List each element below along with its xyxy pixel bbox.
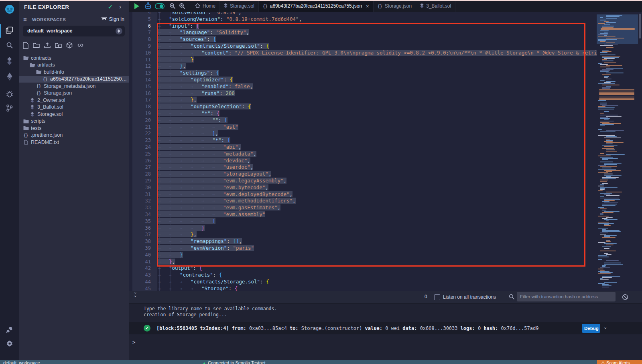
tab-storage-sol[interactable]: Storage.sol — [220, 0, 259, 12]
debug-button[interactable]: Debug — [582, 324, 600, 333]
minimap-line — [602, 277, 612, 278]
transaction-row[interactable]: ✓ [block:5583405 txIndex:4]from: 0xa03..… — [129, 322, 642, 334]
minimap-line — [600, 187, 618, 188]
search-icon[interactable] — [0, 39, 19, 51]
zoom-in-icon[interactable] — [179, 2, 185, 10]
transaction-success-icon: ✓ — [144, 325, 150, 332]
close-tab-icon[interactable]: × — [366, 3, 369, 9]
solidity-compiler-icon[interactable] — [0, 55, 19, 67]
scam-alerts-badge[interactable]: ⚠ Scam Alerts — [597, 360, 642, 364]
code-line-14: 14→→→"optimizer": { — [129, 77, 597, 83]
tree-item-storage-json[interactable]: {}Storage.json — [19, 90, 129, 97]
code-line-9: 9→→→"contracts/Storage.sol": { — [129, 43, 597, 50]
remixai-robot-icon[interactable] — [144, 2, 152, 10]
new-file-icon[interactable] — [23, 42, 28, 49]
minimap-line — [599, 89, 634, 90]
code-line-26: 26→→→→→→"devdoc", — [129, 158, 597, 164]
workspace-dropdown-caret-icon[interactable] — [116, 28, 122, 34]
workspaces-row: ≡ WORKSPACES Sign in — [19, 16, 129, 24]
tree-item-storage-sol[interactable]: Storage.sol — [19, 111, 129, 118]
minimap-line — [606, 116, 622, 117]
minimap-line — [602, 287, 609, 287]
ipfs-box-icon[interactable] — [66, 42, 73, 49]
terminal-prompt[interactable]: > — [132, 339, 136, 345]
clear-console-icon[interactable] — [622, 294, 628, 302]
tab-3-ballot-sol[interactable]: 3_Ballot.sol — [416, 0, 455, 12]
minimap-line — [600, 233, 608, 233]
minimap[interactable] — [597, 12, 638, 291]
minimap-line — [602, 57, 619, 58]
minimap-line — [602, 87, 611, 88]
minimap-line — [599, 98, 634, 99]
code-line-42: 42→"output": { — [129, 265, 597, 272]
run-script-icon[interactable] — [134, 2, 139, 10]
minimap-line — [606, 192, 622, 192]
settings-gear-icon[interactable] — [0, 338, 19, 350]
tree-item--prettierrc-json[interactable]: {}.prettierrc.json — [19, 132, 129, 139]
copilot-toggle[interactable] — [155, 2, 165, 10]
code-area[interactable]: 4→"solcVersion": "0.8.19",5→"solcLongVer… — [129, 12, 597, 291]
file-explorer-icon[interactable] — [0, 24, 19, 36]
listen-all-transactions-checkbox[interactable] — [434, 294, 440, 300]
minimap-line — [600, 124, 614, 125]
git-icon[interactable] — [0, 102, 19, 114]
hamburger-menu-icon[interactable]: ≡ — [23, 16, 27, 23]
minimap-line — [602, 265, 606, 266]
debugger-icon[interactable] — [0, 88, 19, 100]
minimap-line — [602, 85, 620, 85]
upload-folder-icon[interactable] — [55, 42, 62, 48]
tree-item-scripts[interactable]: scripts — [19, 118, 129, 125]
workspace-dropdown[interactable]: default_workspace — [23, 26, 125, 36]
plugin-manager-icon[interactable] — [0, 324, 19, 336]
code-editor[interactable]: 4→"solcVersion": "0.8.19",5→"solcLongVer… — [129, 12, 642, 291]
tree-item-build-info[interactable]: build-info — [19, 69, 129, 76]
workspaces-label: WORKSPACES — [32, 17, 66, 22]
tree-item-artifacts[interactable]: artifacts — [19, 62, 129, 69]
tree-item-2-owner-sol[interactable]: 2_Owner.sol — [19, 97, 129, 104]
minimap-line — [606, 68, 623, 69]
minimap-line — [598, 283, 605, 284]
tab-home[interactable]: Home — [191, 0, 220, 12]
tree-item-readme-txt[interactable]: README.txt — [19, 139, 129, 146]
minimap-line — [599, 92, 634, 93]
tree-item-storage-metadata-json[interactable]: {}Storage_metadata.json — [19, 83, 129, 90]
pin-chevron-icon[interactable]: › — [119, 3, 121, 10]
tabs: HomeStorage.sol{}a69b43f277ba20fcac14115… — [191, 0, 455, 12]
tree-item-a69b43f277ba20fcac141151250ca7-[interactable]: {}a69b43f277ba20fcac141151250ca7... — [19, 76, 129, 83]
minimap-line — [598, 63, 602, 64]
upload-file-icon[interactable] — [44, 42, 51, 49]
tab-storage-json[interactable]: {}Storage.json — [374, 0, 416, 12]
code-line-16: 16→→→→"runs": 200 — [129, 90, 597, 97]
tree-item-tests[interactable]: tests — [19, 125, 129, 132]
editor-scrollbar[interactable] — [639, 14, 641, 38]
minimap-line — [599, 91, 634, 91]
zoom-out-icon[interactable] — [169, 2, 176, 10]
minimap-line — [604, 224, 609, 225]
collapse-terminal-icon[interactable]: ›› — [134, 293, 138, 299]
deploy-run-icon[interactable] — [0, 71, 19, 83]
tree-item-contracts[interactable]: contracts — [19, 55, 129, 62]
transaction-count-badge: 0 — [425, 294, 427, 299]
minimap-line — [598, 169, 616, 170]
tab-a69b43f277ba20fcac141151250ca755-json[interactable]: {}a69b43f277ba20fcac141151250ca755.json× — [259, 0, 374, 12]
link-icon[interactable] — [77, 42, 84, 48]
minimap-line — [600, 234, 606, 235]
transaction-filter-input[interactable] — [517, 292, 616, 301]
new-folder-icon[interactable] — [33, 42, 40, 48]
minimap-line — [600, 270, 605, 271]
minimap-line — [604, 146, 614, 147]
minimap-line — [604, 175, 622, 176]
sign-in-button[interactable]: Sign in — [101, 16, 124, 22]
code-line-4: 4→"solcVersion": "0.8.19", — [129, 12, 597, 16]
minimap-line — [602, 246, 611, 247]
minimap-line — [602, 266, 605, 267]
minimap-line — [600, 208, 607, 209]
code-line-36: 36→→→→} — [129, 225, 597, 232]
minimap-line — [601, 29, 635, 30]
remix-logo-icon[interactable] — [0, 2, 19, 17]
json-icon: {} — [42, 77, 48, 81]
tree-item-3-ballot-sol[interactable]: 3_Ballot.sol — [19, 104, 129, 111]
minimap-line — [606, 260, 619, 261]
minimap-line — [599, 99, 634, 100]
expand-transaction-icon[interactable]: › — [603, 327, 609, 330]
